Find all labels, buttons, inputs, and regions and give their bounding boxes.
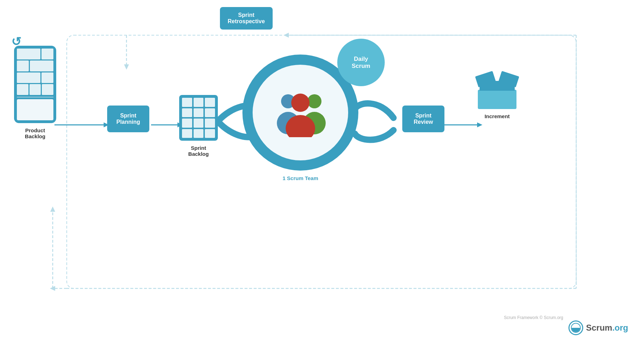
sprint-planning-box: Sprint Planning [107, 106, 149, 132]
scrum-team-label: 1 Scrum Team [282, 175, 318, 181]
sprint-review-label-line2: Review [409, 119, 438, 125]
sprint-retrospective-label-line2: Retrospective [228, 18, 265, 25]
sprint-retrospective-box: Sprint Retrospective [220, 7, 273, 30]
sprint-backlog-grid [179, 95, 218, 141]
refresh-icon: ↺ [11, 34, 21, 49]
svg-point-21 [291, 94, 310, 112]
svg-marker-10 [124, 64, 129, 70]
daily-scrum-circle: Daily Scrum [337, 39, 385, 86]
sprint-retrospective-label-line1: Sprint [228, 12, 265, 18]
daily-scrum-label-line2: Scrum [352, 63, 370, 70]
scrum-org-logo-icon [568, 320, 583, 335]
increment-label: Increment [478, 113, 516, 119]
product-backlog-icon: ↺ [14, 46, 56, 123]
team-people-icon [269, 88, 332, 137]
svg-marker-8 [284, 33, 289, 38]
backlog-phone-shape [14, 46, 56, 123]
scrum-team-inner-circle [253, 65, 348, 160]
sprint-backlog-label: Sprint Backlog [179, 145, 218, 157]
svg-marker-12 [50, 286, 55, 291]
scrum-org-logo: Scrum.org [568, 320, 628, 335]
sprint-planning-label-line2: Planning [113, 119, 143, 125]
sprint-review-box: Sprint Review [402, 106, 444, 132]
watermark: Scrum Framework © Scrum.org [504, 315, 563, 320]
increment-box-icon [478, 74, 516, 109]
product-backlog-label: Product Backlog [14, 127, 56, 139]
sprint-review-label-line1: Sprint [409, 113, 438, 119]
sprint-planning-container: Sprint Planning [107, 106, 149, 153]
product-backlog-container: ↺ P [14, 46, 56, 139]
daily-scrum-container: Daily Scrum [337, 39, 385, 86]
sprint-planning-label-line1: Sprint [113, 113, 143, 119]
sprint-review-container: Sprint Review [402, 106, 444, 132]
scrum-org-text: Scrum.org [586, 323, 628, 333]
sprint-backlog-container: Sprint Backlog [179, 95, 218, 157]
svg-marker-6 [477, 122, 482, 127]
svg-marker-16 [50, 206, 55, 212]
daily-scrum-label-line1: Daily [354, 56, 368, 63]
increment-container: Increment [478, 74, 516, 119]
svg-point-19 [307, 94, 321, 108]
